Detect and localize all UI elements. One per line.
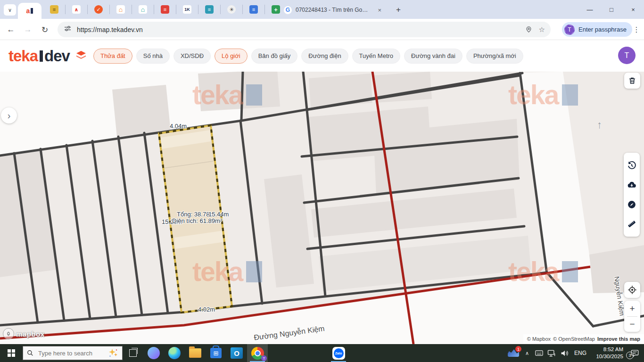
download-button[interactable]: [626, 179, 637, 190]
pinned-tab-teal-doc[interactable]: ≡: [198, 5, 221, 14]
pinned-tab-teal-home[interactable]: ⌂: [132, 5, 154, 14]
taskbar-copilot[interactable]: [143, 344, 164, 362]
taskbar-zalo[interactable]: Zalo: [328, 344, 349, 362]
pinned-tab-blue-docs[interactable]: ≡: [243, 5, 265, 14]
location-pin-icon[interactable]: [525, 26, 532, 33]
show-hidden-icons-button[interactable]: ∧: [521, 344, 533, 362]
locate-me-button[interactable]: [624, 282, 640, 298]
touch-keyboard-icon[interactable]: [533, 344, 545, 362]
windows-logo-icon: [8, 349, 15, 357]
desktop: ∨ a ≡ ∧ ✓ ⌂ ⌂ ≡ 1K ≡ ✳ ≡ + G 0702248413 …: [0, 0, 644, 362]
chip-ban-do-giay[interactable]: Bản đồ giấy: [251, 49, 298, 64]
network-icon[interactable]: [545, 344, 558, 362]
tray-cloud-app[interactable]: 1: [505, 344, 521, 362]
tekadev-favicon: a: [26, 7, 30, 15]
osm-credit[interactable]: © OpenStreetMap: [553, 336, 595, 342]
search-input[interactable]: [37, 349, 100, 357]
taskbar-outlook[interactable]: O: [226, 344, 247, 362]
improve-map-link[interactable]: Improve this map: [597, 336, 640, 342]
address-bar[interactable]: https://map.tekadev.vn ☆: [58, 22, 551, 37]
taskbar-chrome-active[interactable]: T: [247, 344, 268, 362]
tab-google-search[interactable]: G 0702248413 - Tìm trên Google ×: [281, 3, 386, 17]
site-settings-icon[interactable]: [64, 25, 71, 34]
enter-passphrase-button[interactable]: T Enter passphrase: [562, 22, 632, 37]
url-text[interactable]: https://map.tekadev.vn: [77, 26, 143, 33]
minimize-button[interactable]: —: [579, 0, 601, 19]
chip-lo-gioi[interactable]: Lộ giới: [215, 49, 248, 64]
edge-icon: [168, 347, 181, 359]
chip-xd-sdd[interactable]: XD/SDĐ: [173, 49, 211, 64]
new-tab-button[interactable]: +: [392, 4, 405, 16]
chip-thua-dat[interactable]: Thửa đất: [93, 49, 132, 64]
one-way-arrow: ↑: [597, 119, 602, 131]
window-controls: — □ ×: [579, 0, 644, 19]
logo-bar: [40, 50, 43, 62]
task-view-button[interactable]: [123, 344, 143, 362]
history-button[interactable]: [626, 160, 637, 171]
zoom-out-button[interactable]: −: [624, 317, 640, 332]
taskbar-clock[interactable]: 8:52 AM 10/30/2025: [589, 344, 625, 362]
pinned-tab-1k[interactable]: 1K: [176, 5, 198, 14]
layer-filter-chips: Thửa đất Số nhà XD/SDĐ Lộ giới Bản đồ gi…: [93, 49, 523, 64]
back-button[interactable]: ←: [5, 24, 17, 36]
home-icon: ⌂: [139, 5, 147, 14]
chip-phuong-xa-moi[interactable]: Phường/xã mới: [466, 49, 523, 64]
start-button[interactable]: [0, 344, 23, 362]
system-tray: 1 ∧ ENG 8:52 AM 10/30/2025: [505, 344, 644, 362]
pinned-tab-chatgpt[interactable]: ✳: [221, 5, 243, 14]
copilot-sparkle-icon: [108, 348, 118, 358]
browser-menu-icon[interactable]: ⋮: [632, 24, 641, 36]
language-indicator[interactable]: ENG: [571, 344, 589, 362]
map-canvas[interactable]: teka teka teka teka 4.04m Tổng: 38.78m 1…: [0, 72, 644, 344]
close-tab-icon[interactable]: ×: [376, 7, 383, 14]
user-avatar[interactable]: T: [618, 47, 636, 64]
map-tools-panel: [624, 153, 640, 237]
delete-measurement-button[interactable]: [624, 73, 640, 89]
taskbar-search-box[interactable]: [23, 346, 123, 360]
chip-so-nha[interactable]: Số nhà: [136, 49, 170, 64]
compass-button[interactable]: [626, 199, 637, 210]
home-icon: ⌂: [116, 5, 125, 14]
expand-sidebar-button[interactable]: ›: [1, 107, 17, 123]
chevron-down-icon: ∨: [8, 7, 12, 13]
layers-icon[interactable]: [75, 49, 87, 63]
tab-tekadev-map-active[interactable]: a: [18, 3, 41, 19]
close-button[interactable]: ×: [622, 0, 644, 19]
windows-taskbar: ⊞ O T Zalo 1 ∧: [0, 344, 644, 362]
pinned-tab-yellow-app[interactable]: ≡: [43, 5, 66, 14]
document-icon: ≡: [249, 5, 258, 14]
chip-duong-dien[interactable]: Đường điện: [301, 49, 348, 64]
tekadev-logo[interactable]: teka dev: [8, 47, 70, 65]
taskbar-store[interactable]: ⊞: [206, 344, 226, 362]
measure-area: Diện tích: 61.89m²: [172, 217, 222, 224]
bookmark-star-icon[interactable]: ☆: [539, 25, 545, 34]
maximize-button[interactable]: □: [601, 0, 622, 19]
taskbar-file-explorer[interactable]: [185, 344, 206, 362]
ruler-icon: [627, 219, 636, 229]
forward-button[interactable]: →: [22, 24, 34, 36]
pinned-tab-orange-home[interactable]: ⌂: [110, 5, 132, 14]
document-icon: ≡: [205, 5, 214, 14]
mapbox-credit[interactable]: © Mapbox: [527, 336, 551, 342]
zoom-controls: + −: [624, 301, 640, 332]
tab-search-button[interactable]: ∨: [4, 4, 16, 16]
pinned-tab-ahamove[interactable]: ∧: [66, 5, 88, 14]
browser-tab-strip: ∨ a ≡ ∧ ✓ ⌂ ⌂ ≡ 1K ≡ ✳ ≡ + G 0702248413 …: [0, 0, 644, 19]
measure-bottom-width: 4.02m: [198, 306, 215, 313]
mapbox-logo[interactable]: mapbox: [3, 328, 45, 339]
search-icon: [27, 350, 33, 356]
chip-duong-vanh-dai[interactable]: Đường vành đai: [404, 49, 462, 64]
clock-time: 8:52 AM: [603, 346, 623, 353]
taskbar-edge[interactable]: [164, 344, 185, 362]
action-center-button[interactable]: 3: [625, 344, 644, 362]
reload-button[interactable]: ↻: [39, 24, 51, 36]
measure-button[interactable]: [626, 218, 637, 230]
cloud-download-icon: [627, 180, 636, 189]
chip-tuyen-metro[interactable]: Tuyến Metro: [352, 49, 401, 64]
map-attribution: © Mapbox © OpenStreetMap Improve this ma…: [523, 334, 644, 343]
pinned-tab-orange-check[interactable]: ✓: [88, 5, 110, 14]
pinned-tab-red-docs[interactable]: ≡: [154, 5, 176, 14]
speaker-icon[interactable]: [558, 344, 571, 362]
plus-icon: +: [272, 5, 280, 14]
zoom-in-button[interactable]: +: [624, 301, 640, 316]
